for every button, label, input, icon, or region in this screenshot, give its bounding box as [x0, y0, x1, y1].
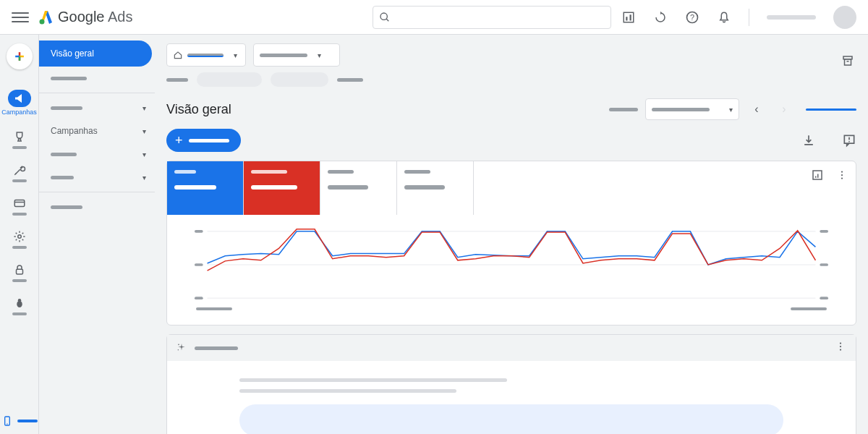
metric-tab[interactable]: [167, 161, 244, 215]
metric-tab[interactable]: [320, 161, 397, 215]
plus-icon: +: [175, 133, 183, 148]
sidebar-item[interactable]: ▾: [39, 166, 155, 189]
svg-line-2: [386, 19, 388, 21]
sidebar-item-campaigns[interactable]: Campanhas▾: [39, 119, 155, 142]
crumb-placeholder: [337, 78, 363, 82]
title-row: Visão geral ▾ ‹ ›: [166, 98, 856, 120]
card-icon: [13, 197, 26, 210]
feedback-icon[interactable]: [842, 133, 856, 148]
sidebar-item[interactable]: ▾: [39, 142, 155, 166]
button-label-placeholder: [189, 139, 229, 142]
phone-icon: [1, 415, 13, 427]
expand-chart-icon[interactable]: [811, 169, 824, 182]
rail-label-placeholder: [12, 213, 27, 216]
avatar[interactable]: [833, 6, 856, 29]
rail-campaigns[interactable]: Campanhas: [2, 85, 37, 120]
svg-point-0: [40, 19, 45, 24]
title-actions: ▾ ‹ ›: [609, 98, 856, 120]
svg-rect-36: [195, 263, 203, 266]
sparkle-icon: [176, 342, 187, 354]
logo[interactable]: Google Ads: [38, 9, 132, 26]
svg-text:?: ?: [690, 13, 694, 22]
compare-toggle[interactable]: [806, 109, 856, 111]
refresh-icon[interactable]: [653, 10, 668, 25]
more-icon[interactable]: [834, 340, 847, 353]
rail-goals[interactable]: [2, 126, 37, 153]
metric-tab[interactable]: [244, 161, 320, 215]
recommendation-pill[interactable]: [239, 404, 783, 434]
date-range-selector[interactable]: ▾: [645, 98, 739, 120]
svg-rect-37: [820, 263, 828, 266]
campaign-selector[interactable]: ▾: [253, 43, 340, 67]
sidebar: Visão geral ▾ Campanhas▾ ▾ ▾: [39, 35, 155, 434]
breadcrumb: [166, 72, 856, 87]
search-icon: [379, 12, 391, 23]
sidebar-item[interactable]: [39, 67, 155, 90]
svg-point-41: [178, 344, 179, 346]
rail-billing[interactable]: [2, 192, 37, 220]
rail-label-placeholder: [12, 146, 27, 149]
x-axis-start-placeholder: [196, 307, 232, 310]
sidebar-item[interactable]: [39, 195, 155, 218]
scope-selectors: ▾ ▾: [166, 43, 856, 67]
separator: [749, 9, 749, 26]
action-row: +: [166, 129, 856, 152]
home-icon: [173, 50, 183, 60]
content: ▾ ▾ Visão geral ▾ ‹ › +: [155, 35, 868, 434]
svg-rect-33: [195, 230, 203, 233]
gear-icon: [13, 230, 26, 243]
search-input[interactable]: [373, 6, 611, 29]
archive-icon[interactable]: [839, 52, 856, 69]
help-icon[interactable]: ?: [685, 10, 699, 25]
bug-icon: [13, 297, 26, 310]
svg-rect-34: [820, 230, 828, 233]
download-icon[interactable]: [801, 133, 816, 148]
menu-icon[interactable]: [12, 9, 29, 26]
divider: [39, 192, 155, 192]
metric-tab[interactable]: [397, 161, 474, 215]
filter-chip[interactable]: [271, 72, 328, 87]
nav-rail: Campanhas: [0, 35, 39, 434]
rail-tools[interactable]: [2, 159, 37, 187]
svg-rect-4: [626, 17, 627, 20]
more-icon[interactable]: [835, 169, 848, 182]
recommendation-body: [167, 361, 856, 434]
svg-point-42: [178, 349, 179, 350]
notifications-icon[interactable]: [717, 10, 731, 25]
svg-point-44: [840, 346, 841, 347]
rec-title-placeholder: [195, 346, 238, 350]
svg-point-1: [380, 13, 387, 20]
chart-footer: [193, 307, 830, 310]
rail-bugs[interactable]: [2, 292, 37, 320]
text-placeholder: [239, 389, 456, 393]
rail-footer-label: [17, 420, 38, 422]
filter-chip[interactable]: [197, 72, 262, 87]
svg-point-17: [17, 299, 21, 302]
rail-admin[interactable]: [2, 226, 37, 253]
rail-security[interactable]: [2, 259, 37, 286]
sidebar-item-overview[interactable]: Visão geral: [39, 41, 152, 67]
new-campaign-button[interactable]: +: [166, 129, 241, 152]
svg-point-29: [841, 171, 843, 172]
reports-icon[interactable]: [621, 10, 636, 25]
chart-area: [167, 215, 856, 325]
svg-rect-21: [845, 59, 851, 65]
date-next-button: ›: [774, 99, 794, 119]
svg-rect-5: [630, 14, 631, 20]
rail-label-placeholder: [12, 246, 27, 249]
date-prev-button[interactable]: ‹: [746, 99, 767, 119]
sidebar-item[interactable]: ▾: [39, 96, 155, 119]
svg-rect-12: [14, 200, 25, 207]
rail-footer[interactable]: [0, 415, 38, 427]
divider: [39, 93, 155, 93]
page-title: Visão geral: [166, 102, 231, 117]
app-header: Google Ads ?: [0, 0, 868, 35]
svg-point-45: [840, 349, 841, 350]
crumb-placeholder: [166, 78, 188, 82]
create-button[interactable]: [7, 43, 33, 69]
megaphone-icon: [13, 92, 26, 105]
rail-label-placeholder: [12, 179, 27, 182]
rail-label-placeholder: [12, 312, 27, 315]
recommendation-header: [167, 335, 856, 361]
account-selector[interactable]: ▾: [166, 43, 246, 67]
